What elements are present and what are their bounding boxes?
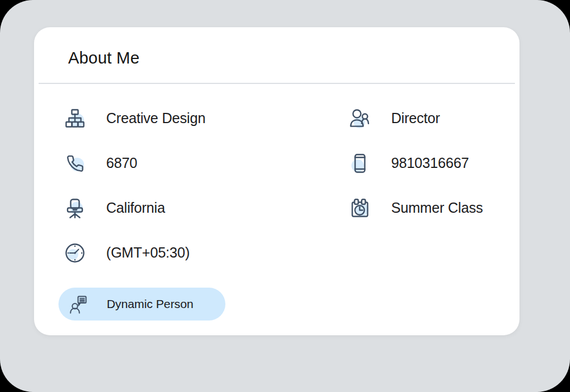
clock-icon — [64, 242, 86, 264]
page-surface: About Me Creative Design — [0, 0, 570, 392]
field-mobile: 9810316667 — [349, 152, 469, 175]
fields-row-1: Creative Design Director — [64, 96, 514, 141]
field-value: (GMT+05:30) — [106, 245, 190, 261]
card-title: About Me — [68, 49, 140, 68]
phone-icon — [64, 152, 86, 175]
field-timezone: (GMT+05:30) — [64, 242, 349, 264]
tag-label: Dynamic Person — [107, 297, 194, 311]
field-extension: 6870 — [64, 152, 349, 175]
field-value: Creative Design — [106, 110, 206, 127]
fields-row-3: California Summer Class — [64, 186, 514, 230]
field-value: California — [106, 200, 165, 216]
field-value: Director — [391, 110, 440, 127]
field-value: Summer Class — [391, 200, 483, 216]
field-value: 9810316667 — [391, 155, 469, 171]
header-divider — [39, 83, 515, 84]
field-designation: Director — [349, 107, 440, 130]
field-shift: Summer Class — [349, 197, 483, 220]
calendar-clock-icon — [349, 197, 371, 220]
desk-chair-icon — [64, 197, 86, 220]
org-chart-icon — [64, 107, 86, 130]
field-value: 6870 — [106, 155, 137, 171]
people-icon — [349, 107, 371, 130]
fields-row-4: (GMT+05:30) — [64, 230, 514, 275]
about-me-card: About Me Creative Design — [34, 27, 519, 335]
fields-row-2: 6870 9810316667 — [64, 141, 514, 186]
about-fields: Creative Design Director — [64, 96, 514, 275]
dynamic-person-tag: Dynamic Person — [58, 288, 225, 321]
mobile-phone-icon — [349, 152, 371, 175]
person-chat-icon — [68, 294, 89, 314]
field-seating-location: California — [64, 197, 349, 220]
field-department: Creative Design — [64, 107, 349, 130]
